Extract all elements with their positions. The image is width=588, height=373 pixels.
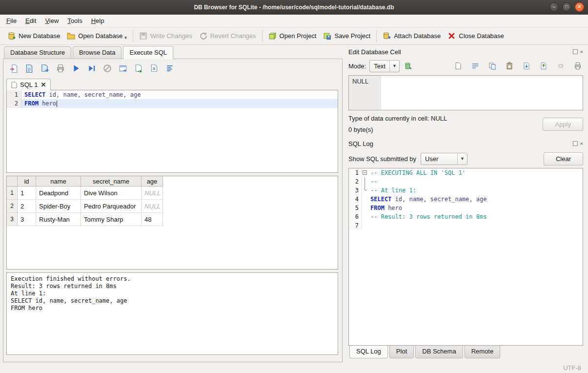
find-replace-button[interactable]: a [149,63,160,74]
tab-plot[interactable]: Plot [389,346,414,358]
print-sql-button[interactable] [55,63,66,74]
cell-value-editor[interactable]: NULL [348,75,583,110]
row-header[interactable]: 2 [7,200,18,213]
format-sql-button[interactable] [164,63,175,74]
results-table[interactable]: idnamesecret_nameage11DeadpondDive Wilso… [6,176,338,269]
clear-log-button[interactable]: Clear [544,152,583,166]
code-line[interactable]: 1SELECT id, name, secret_name, age [7,90,338,99]
attach-database-button[interactable]: Attach Database [379,30,444,42]
column-header-name[interactable]: name [36,176,81,186]
table-cell[interactable]: NULL [142,200,163,213]
editor-empty-area[interactable] [7,108,338,172]
column-header-age[interactable]: age [142,176,163,186]
sql-tab[interactable]: SQL 1 ✕ [6,79,51,90]
paste-cell-icon[interactable] [504,61,515,71]
code-line[interactable]: 2FROM hero [7,99,338,108]
table-cell[interactable]: Spider-Boy [36,200,81,213]
table-cell[interactable]: 2 [18,200,36,213]
table-cell[interactable]: Pedro Parqueador [81,200,142,213]
code-line[interactable]: 5FROM hero [349,204,583,212]
row-header[interactable]: 1 [7,186,18,200]
tab-sql-log[interactable]: SQL Log [349,346,388,358]
execute-all-button[interactable] [71,63,81,74]
table-cell[interactable]: Deadpond [36,186,81,200]
results-corner [7,176,18,186]
stop-execution-button[interactable] [102,63,113,74]
tab-db-schema[interactable]: DB Schema [415,346,463,358]
menu-help[interactable]: Help [87,15,109,26]
code-line[interactable]: 7 [349,221,583,230]
table-row[interactable]: 22Spider-BoyPedro ParqueadorNULL [7,200,338,213]
apply-button[interactable]: Apply [543,118,583,131]
table-cell[interactable]: Tommy Sharp [81,213,142,226]
sql-log-viewer[interactable]: 1−-- EXECUTING ALL IN 'SQL 1'2--3-- At l… [348,168,583,346]
minimize-button[interactable]: – [549,2,559,12]
set-null-icon[interactable] [555,61,566,71]
new-database-button[interactable]: New Database [4,30,63,42]
open-project-button[interactable]: Open Project [265,30,320,42]
code-line[interactable]: 1−-- EXECUTING ALL IN 'SQL 1' [349,168,583,177]
code-line[interactable]: 2-- [349,177,583,186]
save-sql-as-button[interactable] [40,63,50,74]
close-panel-icon[interactable]: × [580,141,583,146]
table-cell[interactable]: 1 [18,186,36,200]
word-wrap-icon[interactable] [470,61,481,71]
code-line[interactable]: 6-- Result: 3 rows returned in 8ms [349,212,583,221]
close-tab-icon[interactable]: ✕ [41,81,46,88]
close-panel-icon[interactable]: × [580,49,583,54]
close-database-label: Close Database [459,32,504,40]
tab-database-structure[interactable]: Database Structure [4,46,71,59]
maximize-button[interactable]: □ [562,2,571,12]
open-sql-file-button[interactable] [8,63,19,74]
close-database-button[interactable]: Close Database [444,30,507,42]
table-row[interactable]: 33Rusty-ManTommy Sharp48 [7,213,338,226]
tab-browse-data[interactable]: Browse Data [73,46,122,59]
table-cell[interactable]: Rusty-Man [36,213,81,226]
tab-execute-sql[interactable]: Execute SQL [123,46,173,59]
save-project-button[interactable]: Save Project [320,30,374,42]
column-header-secret_name[interactable]: secret_name [81,176,142,186]
menu-tools[interactable]: Tools [63,15,86,26]
execute-current-line-button[interactable] [86,63,97,74]
table-cell[interactable]: Dive Wilson [81,186,142,200]
float-panel-icon[interactable] [573,49,578,54]
open-database-button[interactable]: Open Database ▾ [63,30,130,42]
close-button[interactable]: × [575,2,584,12]
log-filter-combo[interactable]: User ▼ [421,153,467,165]
table-row[interactable]: 11DeadpondDive WilsonNULL [7,186,338,200]
menu-view[interactable]: View [41,15,63,26]
write-changes-label: Write Changes [150,32,192,40]
code-line[interactable]: 4SELECT id, name, secret_name, age [349,195,583,204]
row-header[interactable]: 3 [7,213,18,226]
auto-switch-mode-button[interactable] [403,61,414,71]
text-document-icon[interactable] [453,61,464,71]
float-panel-icon[interactable] [573,141,578,146]
table-cell[interactable]: 48 [142,213,163,226]
copy-cell-icon[interactable] [487,61,498,71]
table-cell[interactable]: NULL [142,186,163,200]
menu-file[interactable]: File [2,15,21,26]
column-header-id[interactable]: id [18,176,36,186]
fold-collapse-icon[interactable]: − [363,170,367,175]
table-cell[interactable]: 3 [18,213,36,226]
print-cell-icon[interactable] [572,61,583,71]
export-results-button[interactable] [133,63,144,74]
revert-changes-label: Revert Changes [210,32,256,40]
open-database-dropdown-icon[interactable]: ▾ [124,35,127,40]
revert-changes-button[interactable]: Revert Changes [196,30,260,42]
menu-edit[interactable]: Edit [21,15,41,26]
open-new-tab-button[interactable] [118,63,128,74]
edit-cell-header: Edit Database Cell × [348,46,583,58]
cell-edit-area[interactable] [381,76,583,110]
fold-column [362,204,369,212]
export-to-file-icon[interactable] [538,61,549,71]
menubar: FileEditViewToolsHelp [0,15,588,27]
tab-remote[interactable]: Remote [465,346,501,358]
write-changes-button[interactable]: Write Changes [136,30,196,42]
save-sql-file-button[interactable] [24,63,35,74]
mode-combo[interactable]: Text ▼ [369,60,400,72]
sql-log-panel-icons: × [573,141,583,146]
sql-editor[interactable]: 1SELECT id, name, secret_name, age2FROM … [6,90,338,173]
import-from-file-icon[interactable] [521,61,532,71]
code-line[interactable]: 3-- At line 1: [349,186,583,195]
